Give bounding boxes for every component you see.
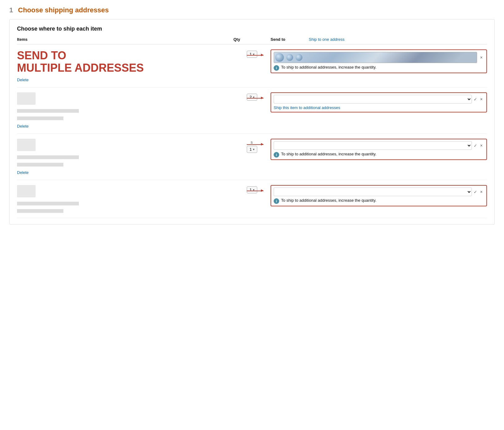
- address-box-4: ✓ × i To ship to additional addresses, i…: [271, 185, 487, 206]
- table-row: Send To Multiple Addresses Delete 1 ▾: [17, 44, 487, 87]
- table-row: Delete 2 ▾ ✓: [17, 87, 487, 134]
- col-items: Items: [17, 37, 233, 42]
- qty-col-3: s 1 ▾: [233, 139, 271, 153]
- item-text-3b: [17, 163, 63, 167]
- table-row: 1 ▾ ✓ × i To: [17, 180, 487, 218]
- card-title: Choose where to ship each item: [17, 26, 487, 32]
- shipping-card: Choose where to ship each item Items Qty…: [9, 19, 495, 225]
- item-info-4: [17, 185, 233, 213]
- send-to-col-3: ✓ × i To ship to additional addresses, i…: [271, 139, 487, 160]
- item-text-2b: [17, 116, 63, 120]
- qty-value-3: 1: [250, 147, 252, 152]
- item-text-2a: [17, 109, 79, 113]
- info-row-1: i To ship to additional addresses, incre…: [274, 65, 484, 71]
- address-row-2: ✓ ×: [274, 95, 484, 103]
- qty-col-4: 1 ▾: [233, 185, 271, 193]
- qty-chevron-3: ▾: [253, 148, 254, 151]
- arrow-line-2: [247, 98, 263, 99]
- info-icon-3: i: [274, 152, 279, 158]
- close-btn-3[interactable]: ×: [479, 142, 484, 149]
- section-title: Choose shipping addresses: [18, 6, 109, 14]
- bubble-1a: [275, 53, 284, 62]
- info-text-4: To ship to additional addresses, increas…: [281, 198, 376, 203]
- qty-value-2: 2: [250, 95, 252, 99]
- item-info: Send To Multiple Addresses Delete: [17, 49, 233, 82]
- delete-link-1[interactable]: Delete: [17, 78, 230, 82]
- item-text-4a: [17, 202, 79, 205]
- qty-selector-1[interactable]: 1 ▾: [247, 51, 257, 58]
- info-text-1: To ship to additional addresses, increas…: [281, 65, 376, 70]
- address-select-2[interactable]: [274, 95, 472, 103]
- item-thumb-3: [17, 139, 36, 151]
- col-qty: Qty: [233, 37, 271, 42]
- section-header: 1 Choose shipping addresses: [9, 6, 495, 14]
- arrow-line-1: [247, 55, 263, 56]
- item-suffix-3: s: [251, 140, 253, 145]
- qty-wrapper-4: 1 ▾: [247, 186, 257, 193]
- address-row-3: ✓ ×: [274, 141, 484, 150]
- qty-wrapper-3: s 1 ▾: [247, 140, 257, 153]
- table-row: Delete s 1 ▾ ✓: [17, 134, 487, 180]
- info-icon-4: i: [274, 198, 279, 204]
- step-number: 1: [9, 6, 13, 14]
- qty-wrapper-1: 1 ▾: [247, 51, 257, 58]
- check-btn-3[interactable]: ✓: [474, 143, 477, 148]
- send-to-col-4: ✓ × i To ship to additional addresses, i…: [271, 185, 487, 206]
- qty-value-1: 1: [250, 52, 252, 57]
- qty-selector-4[interactable]: 1 ▾: [247, 186, 257, 193]
- address-select-4[interactable]: [274, 188, 472, 196]
- check-btn-2[interactable]: ✓: [474, 97, 477, 102]
- info-icon-1: i: [274, 65, 279, 71]
- close-btn-1[interactable]: ×: [479, 54, 484, 61]
- address-box-1: × i To ship to additional addresses, inc…: [271, 49, 487, 73]
- qty-col-2: 2 ▾: [233, 92, 271, 101]
- address-image-select-1[interactable]: [274, 52, 477, 63]
- item-thumb-2: [17, 92, 36, 105]
- item-info-2: Delete: [17, 92, 233, 129]
- item-info-3: Delete: [17, 139, 233, 175]
- info-row-4: i To ship to additional addresses, incre…: [274, 198, 484, 204]
- table-header: Items Qty Send to Ship to one address: [17, 36, 487, 44]
- address-box-2: ✓ × Ship this item to additional address…: [271, 92, 487, 112]
- close-btn-2[interactable]: ×: [479, 96, 484, 102]
- item-text-3a: [17, 155, 79, 159]
- send-to-col-1: × i To ship to additional addresses, inc…: [271, 49, 487, 73]
- arrow-line-4: [247, 191, 263, 191]
- qty-selector-2[interactable]: 2 ▾: [247, 94, 257, 101]
- address-select-3[interactable]: [274, 141, 472, 150]
- item-thumb-4: [17, 185, 36, 197]
- qty-col-1: 1 ▾: [233, 49, 271, 58]
- page-wrapper: 1 Choose shipping addresses Choose where…: [0, 0, 504, 231]
- info-text-3: To ship to additional addresses, increas…: [281, 152, 376, 156]
- address-row-4: ✓ ×: [274, 188, 484, 196]
- info-row-3: i To ship to additional addresses, incre…: [274, 152, 484, 158]
- qty-value-4: 1: [250, 188, 252, 192]
- check-btn-4[interactable]: ✓: [474, 190, 477, 194]
- delete-link-3[interactable]: Delete: [17, 170, 230, 175]
- bubble-1c: [296, 54, 302, 61]
- address-row-1: ×: [274, 52, 484, 63]
- col-send-to: Send to Ship to one address: [271, 37, 487, 42]
- arrow-line-3: [247, 144, 263, 145]
- send-to-col-2: ✓ × Ship this item to additional address…: [271, 92, 487, 112]
- address-box-3: ✓ × i To ship to additional addresses, i…: [271, 139, 487, 160]
- send-to-label: Send To Multiple Addresses: [17, 49, 230, 74]
- item-text-4b: [17, 209, 63, 213]
- ship-additional-link-2[interactable]: Ship this item to additional addresses: [274, 105, 484, 110]
- ship-one-address-link[interactable]: Ship to one address: [309, 37, 345, 42]
- delete-link-2[interactable]: Delete: [17, 124, 230, 129]
- qty-wrapper-2: 2 ▾: [247, 94, 257, 101]
- close-btn-4[interactable]: ×: [479, 189, 484, 195]
- bubble-1b: [286, 54, 293, 61]
- qty-selector-3[interactable]: 1 ▾: [247, 146, 257, 153]
